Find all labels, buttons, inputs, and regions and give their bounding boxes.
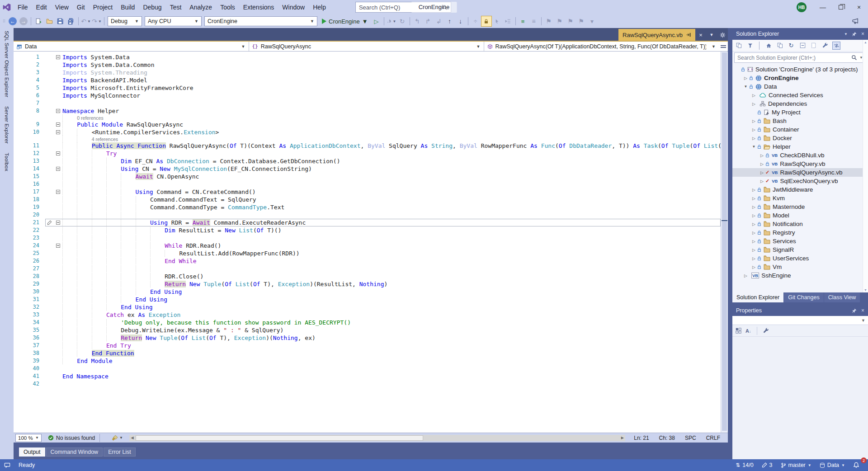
close-button[interactable]: ×	[850, 0, 868, 14]
tree-item-data[interactable]: ▼Data	[732, 82, 868, 91]
type-dropdown[interactable]: {} RawSqlQueryAsync ▼	[249, 42, 484, 51]
side-tab-sql-server-object-explorer[interactable]: SQL Server Object Explorer	[4, 31, 9, 97]
project-dropdown[interactable]: Data ▼	[14, 42, 249, 51]
step-into-icon[interactable]: ↲	[434, 16, 444, 27]
tree-item-rawsqlqueryasync-vb[interactable]: ▷✓VBRawSqlQueryAsync.vb	[732, 168, 868, 177]
panel-tab-command-window[interactable]: Command Window	[46, 447, 103, 457]
nav-back-icon[interactable]: ←	[7, 16, 18, 27]
bookmark-icon[interactable]: ⚑	[543, 16, 554, 27]
fold-collapse-box[interactable]	[56, 122, 60, 127]
restart-app-icon[interactable]: ↻	[397, 16, 408, 27]
collapsed-chevron-icon[interactable]: ▷	[750, 136, 757, 141]
tree-item-helper[interactable]: ▼Helper	[732, 142, 868, 151]
fold-collapse-box[interactable]	[56, 244, 60, 248]
merge-icon[interactable]: ÷	[470, 16, 481, 27]
editor-vertical-scrollbar[interactable]	[721, 52, 728, 433]
side-tab-toolbox[interactable]: Toolbox	[4, 153, 9, 171]
categorized-icon[interactable]	[736, 328, 741, 334]
expanded-chevron-icon[interactable]: ▼	[742, 85, 749, 89]
menu-window[interactable]: Window	[278, 0, 309, 14]
collapsed-chevron-icon[interactable]: ▷	[742, 76, 749, 80]
pin-icon[interactable]	[852, 308, 857, 313]
tree-item-kvm[interactable]: ▷Kvm	[732, 194, 868, 203]
codelens-row[interactable]: 0 references	[14, 115, 721, 121]
code-editor[interactable]: 1Imports System.Data2Imports System.Data…	[14, 52, 728, 433]
solution-explorer-scrollbar[interactable]: ▲▼	[863, 40, 868, 292]
collapsed-chevron-icon[interactable]: ▷	[750, 239, 757, 244]
restore-button[interactable]	[832, 0, 850, 14]
filter-pending-changes-icon[interactable]	[746, 42, 754, 50]
collapsed-chevron-icon[interactable]: ▷	[759, 179, 765, 184]
prev-bookmark-icon[interactable]: ⚑	[554, 16, 565, 27]
collapsed-chevron-icon[interactable]: ▷	[750, 102, 757, 106]
collapsed-chevron-icon[interactable]: ▷	[750, 248, 757, 252]
tree-item-sshengine[interactable]: ▷VBSshEngine	[732, 271, 868, 280]
solution-explorer-titlebar[interactable]: Solution Explorer ▼ ×	[732, 28, 868, 40]
tree-item-notification[interactable]: ▷Notification	[732, 220, 868, 228]
send-feedback-icon[interactable]	[850, 16, 861, 27]
properties-object-dropdown[interactable]: ▼	[732, 316, 868, 325]
menu-view[interactable]: View	[51, 0, 73, 14]
menu-tools[interactable]: Tools	[216, 0, 239, 14]
codelens-references[interactable]: 0 references	[77, 115, 103, 121]
repository-picker[interactable]: Data ▼	[816, 459, 849, 471]
fold-collapse-box[interactable]	[56, 167, 60, 171]
tree-item-masternode[interactable]: ▷Masternode	[732, 203, 868, 211]
keep-tab-open-icon[interactable]	[686, 32, 691, 38]
close-icon[interactable]: ×	[861, 307, 864, 314]
navigate-up-icon[interactable]: ↑	[444, 16, 455, 27]
user-avatar[interactable]: HB	[797, 2, 807, 12]
collapsed-chevron-icon[interactable]: ▷	[750, 205, 757, 209]
close-icon[interactable]: ×	[861, 31, 864, 37]
tree-item-bash[interactable]: ▷Bash	[732, 117, 868, 125]
codelens-row[interactable]: 4 references	[14, 136, 721, 142]
nav-forward-icon[interactable]: →	[18, 16, 29, 27]
selection-mode-icon[interactable]	[492, 16, 503, 27]
navigate-down-icon[interactable]: ↓	[455, 16, 466, 27]
menu-file[interactable]: File	[14, 0, 32, 14]
close-document-icon[interactable]: ×	[695, 29, 706, 41]
properties-titlebar[interactable]: Properties ×	[732, 305, 868, 316]
switch-views-icon[interactable]	[735, 42, 743, 50]
fold-collapse-box[interactable]	[56, 109, 60, 113]
tree-item-signalr[interactable]: ▷SignalR	[732, 245, 868, 254]
fold-collapse-box[interactable]	[56, 55, 60, 59]
tree-item-container[interactable]: ▷Container	[732, 125, 868, 134]
right-tab-class-view[interactable]: Class View	[824, 292, 860, 302]
menu-git[interactable]: Git	[73, 0, 89, 14]
next-bookmark-icon[interactable]: ⚑	[565, 16, 576, 27]
step-back-icon[interactable]: ↰	[412, 16, 423, 27]
scroll-right-icon[interactable]: ▶	[619, 435, 625, 441]
menu-extensions[interactable]: Extensions	[239, 0, 278, 14]
hscrollbar-thumb[interactable]	[136, 435, 423, 441]
property-pages-icon[interactable]	[763, 328, 769, 334]
start-without-debugging-icon[interactable]: ▷	[371, 16, 382, 27]
active-files-dropdown-icon[interactable]: ▼	[706, 29, 717, 41]
document-tab[interactable]: RawSqlQueryAsync.vb	[618, 29, 695, 41]
menu-test[interactable]: Test	[166, 0, 186, 14]
line-numbers-icon[interactable]: ≡	[518, 16, 528, 27]
home-icon[interactable]	[764, 42, 773, 50]
clear-bookmarks-icon[interactable]: ⚑	[576, 16, 587, 27]
panel-tab-error-list[interactable]: Error List	[104, 447, 136, 457]
alphabetical-icon[interactable]: A↓	[745, 328, 751, 334]
tree-item-sqlexecnonquery-vb[interactable]: ▷✓VBSqlExecNonQuery.vb	[732, 177, 868, 185]
new-project-icon[interactable]	[33, 16, 44, 27]
hot-reload-icon[interactable]: ▼	[386, 16, 397, 27]
tree-item-registry[interactable]: ▷Registry	[732, 228, 868, 237]
menu-help[interactable]: Help	[309, 0, 330, 14]
pending-documents-icon[interactable]	[776, 42, 784, 50]
collapsed-chevron-icon[interactable]: ▷	[759, 153, 765, 158]
preemptive-lock-icon[interactable]	[481, 16, 492, 27]
member-dropdown[interactable]: RawSqlQueryAsync(Of T)(ApplicationDbCont…	[484, 42, 719, 51]
menu-build[interactable]: Build	[117, 0, 139, 14]
git-branch-picker[interactable]: master ▼	[777, 459, 816, 471]
split-editor-handle[interactable]	[719, 42, 728, 51]
code-cleanup-button[interactable]: ▼	[112, 435, 123, 441]
toolbar-drag-handle[interactable]: ⠿	[3, 17, 7, 26]
collapse-all-icon[interactable]	[798, 42, 807, 50]
collapsed-chevron-icon[interactable]: ▷	[759, 170, 765, 175]
refresh-icon[interactable]: ↻	[787, 42, 795, 50]
undo-icon[interactable]: ↶▼	[80, 16, 91, 27]
solution-configurations-combo[interactable]: Debug▼	[108, 16, 142, 26]
